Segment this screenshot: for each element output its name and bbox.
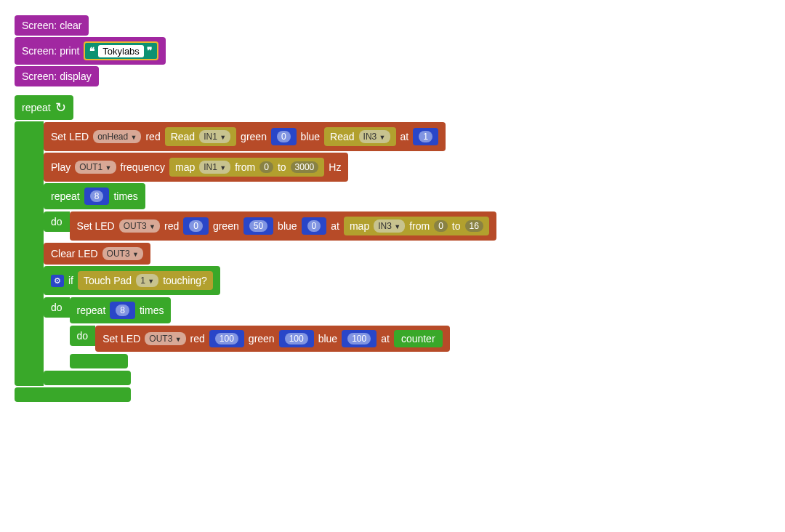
counter-variable[interactable]: counter (394, 330, 443, 347)
do-label: do (44, 297, 70, 318)
port-dropdown[interactable]: IN1 ▼ (199, 130, 230, 143)
number-input[interactable]: 50 (243, 217, 273, 235)
chevron-down-icon: ▼ (394, 223, 400, 230)
string-literal[interactable]: ❝ Tokylabs ❞ (84, 41, 158, 60)
number-input[interactable]: 8 (110, 302, 135, 319)
repeat-forever-block[interactable]: repeat ↻ (15, 95, 73, 120)
from-label: from (409, 220, 430, 232)
number-input[interactable]: 100 (279, 330, 314, 347)
at-label: at (381, 333, 390, 344)
chevron-down-icon: ▼ (131, 134, 137, 141)
set-led-block[interactable]: Set LED OUT3 ▼ red 0 green 50 blue 0 at … (70, 211, 496, 241)
label: Touch Pad (84, 275, 132, 286)
freq-label: frequency (121, 161, 165, 173)
label: if (68, 275, 73, 286)
from-label: from (235, 161, 255, 173)
number-input[interactable]: 0 (302, 217, 327, 235)
out-dropdown[interactable]: OUT1 ▼ (75, 161, 116, 174)
green-label: green (213, 220, 239, 232)
number-input[interactable]: 100 (342, 330, 377, 347)
label: repeat (22, 102, 51, 113)
chevron-down-icon: ▼ (148, 278, 154, 285)
repeat-times-block[interactable]: repeat 8 times (70, 297, 172, 323)
hz-label: Hz (329, 161, 341, 173)
set-led-block[interactable]: Set LED onHead ▼ red Read IN1 ▼ green 0 … (44, 122, 446, 151)
screen-clear-block[interactable]: Screen: clear (15, 15, 89, 36)
touchpad-block[interactable]: Touch Pad 1 ▼ touching? (78, 271, 213, 290)
red-label: red (164, 220, 179, 232)
number-input[interactable]: 1 (413, 128, 438, 145)
blue-label: blue (301, 131, 320, 142)
number-input[interactable]: 0 (434, 220, 448, 232)
led-dropdown[interactable]: OUT3 ▼ (119, 219, 160, 233)
number-input[interactable]: 0 (183, 217, 209, 235)
label: Set LED (77, 220, 115, 232)
label: Play (51, 161, 71, 173)
chevron-down-icon: ▼ (105, 164, 112, 172)
label: Screen: display (22, 70, 92, 82)
screen-print-block[interactable]: Screen: print ❝ Tokylabs ❞ (15, 37, 166, 65)
to-label: to (278, 161, 286, 173)
do-label: do (70, 326, 96, 346)
read-block[interactable]: Read IN1 ▼ (165, 127, 236, 146)
clear-led-block[interactable]: Clear LED OUT3 ▼ (44, 243, 150, 265)
blue-label: blue (278, 220, 297, 232)
touching-label: touching? (163, 275, 207, 286)
label: map (175, 161, 195, 173)
close-quote-icon: ❞ (147, 45, 153, 57)
number-input[interactable]: 3000 (291, 161, 319, 173)
loop-icon: ↻ (55, 100, 66, 116)
label: repeat (77, 305, 106, 316)
times-label: times (113, 190, 137, 202)
text-input[interactable]: Tokylabs (98, 45, 144, 57)
number-input[interactable]: 0 (271, 128, 297, 145)
read-block[interactable]: Read IN3 ▼ (324, 127, 395, 146)
loop-bar (15, 121, 44, 386)
screen-display-block[interactable]: Screen: display (15, 66, 99, 86)
number-input[interactable]: 16 (465, 220, 483, 232)
map-block[interactable]: map IN3 ▼ from 0 to 16 (344, 217, 489, 235)
if-block[interactable]: ⚙ if Touch Pad 1 ▼ touching? (44, 266, 220, 295)
number-input[interactable]: 8 (84, 188, 110, 205)
loop-end (70, 354, 128, 368)
number-input[interactable]: 100 (209, 330, 244, 347)
at-label: at (331, 220, 339, 232)
red-label: red (190, 333, 205, 344)
led-dropdown[interactable]: onHead ▼ (93, 130, 141, 143)
red-label: red (145, 131, 160, 142)
label: repeat (51, 190, 80, 202)
map-block[interactable]: map IN1 ▼ from 0 to 3000 (169, 158, 324, 177)
times-label: times (140, 305, 164, 316)
label: Set LED (51, 131, 89, 142)
do-label: do (44, 211, 70, 232)
chevron-down-icon: ▼ (175, 336, 182, 343)
green-label: green (249, 333, 275, 344)
chevron-down-icon: ▼ (379, 134, 386, 141)
number-input[interactable]: 0 (259, 161, 273, 173)
chevron-down-icon: ▼ (220, 134, 226, 141)
label: Set LED (102, 333, 140, 344)
set-led-block[interactable]: Set LED OUT3 ▼ red 100 green 100 blue 10… (95, 326, 449, 352)
chevron-down-icon: ▼ (132, 251, 139, 258)
pad-dropdown[interactable]: 1 ▼ (136, 274, 158, 287)
loop-end (44, 371, 131, 385)
label: map (350, 220, 369, 232)
chevron-down-icon: ▼ (149, 223, 156, 230)
port-dropdown[interactable]: IN3 ▼ (374, 219, 405, 233)
open-quote-icon: ❝ (89, 45, 95, 57)
port-dropdown[interactable]: IN3 ▼ (359, 130, 390, 143)
at-label: at (400, 131, 409, 142)
led-dropdown[interactable]: OUT3 ▼ (145, 332, 185, 345)
led-dropdown[interactable]: OUT3 ▼ (102, 247, 143, 260)
label: Screen: clear (22, 20, 81, 31)
green-label: green (241, 131, 267, 142)
repeat-times-block[interactable]: repeat 8 times (44, 183, 145, 209)
blue-label: blue (318, 333, 337, 344)
label: Read (330, 131, 354, 142)
port-dropdown[interactable]: IN1 ▼ (199, 161, 230, 174)
loop-end (15, 387, 131, 402)
play-block[interactable]: Play OUT1 ▼ frequency map IN1 ▼ from 0 t… (44, 153, 348, 182)
label: Read (171, 131, 195, 142)
chevron-down-icon: ▼ (220, 164, 226, 172)
gear-icon[interactable]: ⚙ (51, 275, 64, 287)
